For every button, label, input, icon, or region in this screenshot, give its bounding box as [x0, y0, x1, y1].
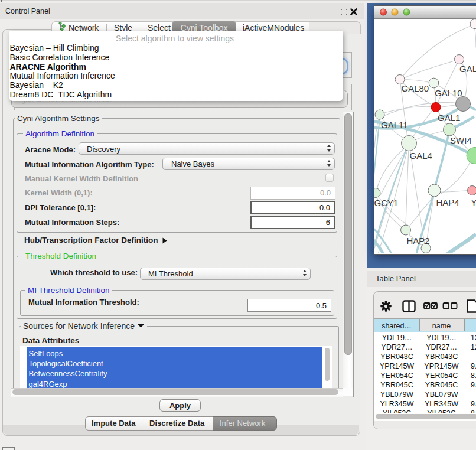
svg-text:GAL4: GAL4	[410, 151, 432, 161]
svg-text:YD: YD	[471, 197, 476, 207]
svg-text:HAP4: HAP4	[436, 197, 459, 207]
svg-text:GAL7: GAL7	[459, 63, 476, 73]
svg-text:HAP2: HAP2	[407, 235, 430, 245]
svg-text:GAL11: GAL11	[381, 120, 408, 130]
svg-text:GCY1: GCY1	[374, 197, 398, 207]
svg-text:GAL10: GAL10	[435, 88, 462, 98]
svg-text:GAL1: GAL1	[438, 112, 460, 122]
svg-text:SWI4: SWI4	[450, 135, 472, 145]
svg-text:GAL80: GAL80	[402, 83, 429, 93]
